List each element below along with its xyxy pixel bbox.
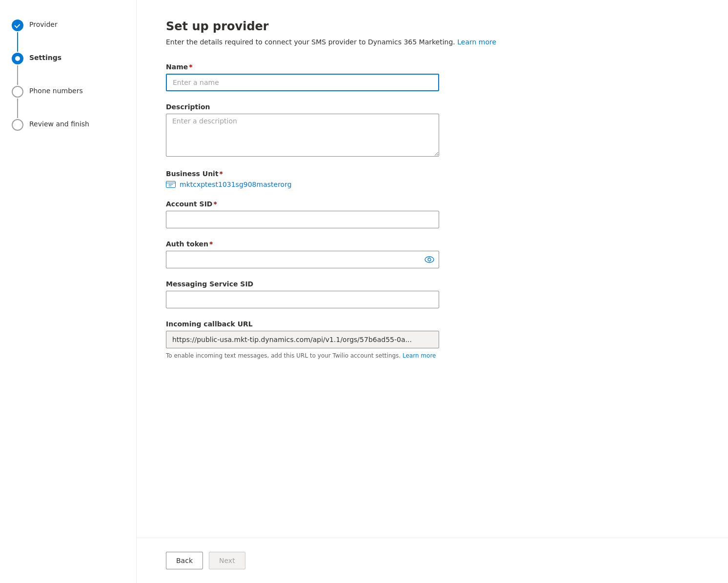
step-review-label: Review and finish [29,119,89,128]
eye-icon [425,256,434,263]
svg-point-1 [425,257,434,262]
auth-token-input[interactable] [166,251,439,268]
account-sid-label: Account SID* [166,200,439,208]
step-provider: Provider [12,20,124,53]
step-review: Review and finish [12,119,124,131]
name-field-group: Name* [166,63,439,91]
step-phone-circle [12,86,23,98]
step-phone-numbers: Phone numbers [12,86,124,119]
callback-learn-more-link[interactable]: Learn more [403,352,436,359]
messaging-service-sid-input[interactable] [166,291,439,308]
auth-token-required-star: * [209,240,213,248]
page-title: Set up provider [166,20,699,33]
step-settings: Settings [12,53,124,86]
footer: Back Next [137,538,728,583]
step-phone-col [12,86,23,119]
toggle-password-button[interactable] [425,256,434,263]
account-sid-required-star: * [213,200,217,208]
step-settings-circle [12,53,23,64]
svg-point-2 [428,258,431,261]
step-provider-line [17,32,18,52]
account-sid-group: Account SID* [166,200,439,228]
messaging-service-sid-label: Messaging Service SID [166,280,439,288]
callback-hint-text: To enable incoming text messages, add th… [166,352,401,359]
business-unit-value[interactable]: mktcxptest1031sg908masterorg [166,181,439,188]
step-phone-label: Phone numbers [29,86,83,95]
back-button[interactable]: Back [166,552,203,569]
form-area: Set up provider Enter the details requir… [137,0,728,538]
business-unit-icon [166,181,176,188]
auth-token-label: Auth token* [166,240,439,248]
description-textarea[interactable] [166,114,439,157]
business-unit-text: mktcxptest1031sg908masterorg [180,181,292,188]
step-provider-label: Provider [29,20,58,28]
page-subtitle-text: Enter the details required to connect yo… [166,38,455,46]
step-provider-circle [12,20,23,31]
name-input[interactable] [166,74,439,91]
step-phone-line [17,99,18,118]
page-subtitle: Enter the details required to connect yo… [166,37,699,47]
sidebar: Provider Settings Phone numbers Review a… [0,0,137,583]
name-label: Name* [166,63,439,71]
step-review-circle [12,119,23,131]
auth-token-input-wrap [166,251,439,268]
bu-required-star: * [220,170,223,178]
step-settings-line [17,65,18,85]
next-button[interactable]: Next [209,552,245,569]
callback-hint: To enable incoming text messages, add th… [166,351,439,360]
step-provider-col [12,20,23,53]
business-unit-group: Business Unit* mktcxptest1031sg908master… [166,170,439,188]
callback-url-label: Incoming callback URL [166,320,439,328]
name-required-star: * [189,63,192,71]
messaging-service-sid-group: Messaging Service SID [166,280,439,308]
auth-token-group: Auth token* [166,240,439,268]
description-field-group: Description [166,103,439,158]
step-settings-label: Settings [29,53,61,61]
account-sid-input[interactable] [166,211,439,228]
step-settings-col [12,53,23,86]
callback-url-group: Incoming callback URL To enable incoming… [166,320,439,360]
learn-more-link-top[interactable]: Learn more [457,38,496,46]
callback-url-input [166,331,439,348]
step-review-col [12,119,23,131]
main-area: Set up provider Enter the details requir… [137,0,728,583]
business-unit-label: Business Unit* [166,170,439,178]
description-label: Description [166,103,439,111]
